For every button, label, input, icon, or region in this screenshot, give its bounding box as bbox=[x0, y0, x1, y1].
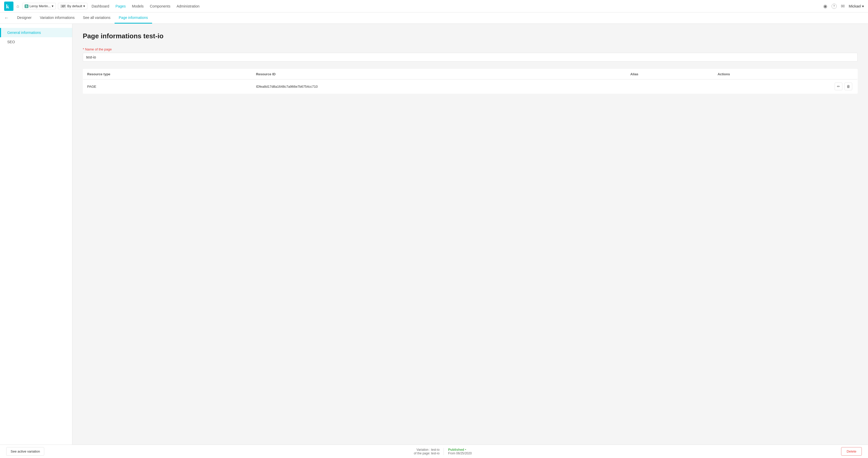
page-title: Page informations test-io bbox=[83, 32, 858, 40]
xp-name: By default bbox=[67, 4, 82, 8]
content-area: Page informations test-io * Name of the … bbox=[72, 24, 868, 445]
table-row: PAGE IDfea8d17d8a1648c7a966e7b6754cc710 … bbox=[83, 80, 858, 94]
nav-dashboard[interactable]: Dashboard bbox=[92, 3, 110, 9]
nav-models[interactable]: Models bbox=[132, 3, 144, 9]
nav-links: Dashboard Pages Models Components Admini… bbox=[92, 3, 823, 9]
resources-table: Resource type Resource ID Alias Actions … bbox=[83, 69, 858, 94]
xp-chevron-icon: ▾ bbox=[83, 4, 85, 8]
sidebar-item-general-informations[interactable]: General informations bbox=[0, 28, 72, 37]
col-actions: Actions bbox=[713, 69, 858, 80]
table-header: Resource type Resource ID Alias Actions bbox=[83, 69, 858, 80]
delete-row-button[interactable]: 🗑 bbox=[844, 83, 852, 90]
top-nav: k ⌂ S Leroy Merlin... ▾ XP By default ▾ … bbox=[0, 0, 868, 12]
xp-badge: XP bbox=[60, 4, 66, 8]
cell-alias bbox=[626, 80, 713, 94]
site-selector[interactable]: S Leroy Merlin... ▾ bbox=[22, 3, 56, 9]
main-layout: General informations SEO Page informatio… bbox=[0, 24, 868, 445]
site-chevron-icon: ▾ bbox=[52, 4, 54, 8]
tab-see-all-variations[interactable]: See all variations bbox=[79, 12, 115, 24]
back-button[interactable]: ← bbox=[4, 15, 9, 21]
col-resource-id: Resource ID bbox=[252, 69, 626, 80]
col-alias: Alias bbox=[626, 69, 713, 80]
user-menu[interactable]: Mickael ▾ bbox=[849, 4, 864, 8]
nav-right: ◉ ? ✉ Mickael ▾ bbox=[823, 3, 864, 9]
xp-selector[interactable]: XP By default ▾ bbox=[58, 3, 87, 9]
user-name: Mickael bbox=[849, 4, 861, 8]
nav-pages[interactable]: Pages bbox=[115, 3, 126, 9]
help-icon[interactable]: ? bbox=[832, 4, 837, 9]
user-chevron-icon: ▾ bbox=[862, 4, 864, 8]
name-input[interactable] bbox=[83, 53, 858, 62]
tab-variation-informations[interactable]: Variation informations bbox=[36, 12, 79, 24]
site-badge: S bbox=[25, 4, 28, 8]
table-body: PAGE IDfea8d17d8a1648c7a966e7b6754cc710 … bbox=[83, 80, 858, 94]
logo: k bbox=[4, 2, 13, 11]
site-name: Leroy Merlin... bbox=[30, 4, 51, 8]
col-resource-type: Resource type bbox=[83, 69, 252, 80]
cell-resource-type: PAGE bbox=[83, 80, 252, 94]
tab-page-informations[interactable]: Page informations bbox=[115, 12, 152, 24]
chat-icon[interactable]: ✉ bbox=[841, 3, 845, 9]
nav-administration[interactable]: Administration bbox=[177, 3, 200, 9]
edit-button[interactable]: ✏ bbox=[835, 83, 842, 90]
name-field-label: * Name of the page bbox=[83, 48, 858, 51]
cell-actions: ✏ 🗑 bbox=[713, 80, 858, 94]
sidebar: General informations SEO bbox=[0, 24, 72, 445]
tab-designer[interactable]: Designer bbox=[13, 12, 36, 24]
secondary-nav-links: Designer Variation informations See all … bbox=[13, 12, 152, 24]
cell-resource-id: IDfea8d17d8a1648c7a966e7b6754cc710 bbox=[252, 80, 626, 94]
name-field-container: * Name of the page bbox=[83, 48, 858, 62]
home-icon[interactable]: ⌂ bbox=[17, 4, 19, 8]
sidebar-item-seo[interactable]: SEO bbox=[0, 37, 72, 47]
secondary-nav: ← Designer Variation informations See al… bbox=[0, 12, 868, 24]
nav-components[interactable]: Components bbox=[150, 3, 170, 9]
eye-icon[interactable]: ◉ bbox=[823, 3, 827, 9]
svg-text:k: k bbox=[6, 3, 9, 9]
